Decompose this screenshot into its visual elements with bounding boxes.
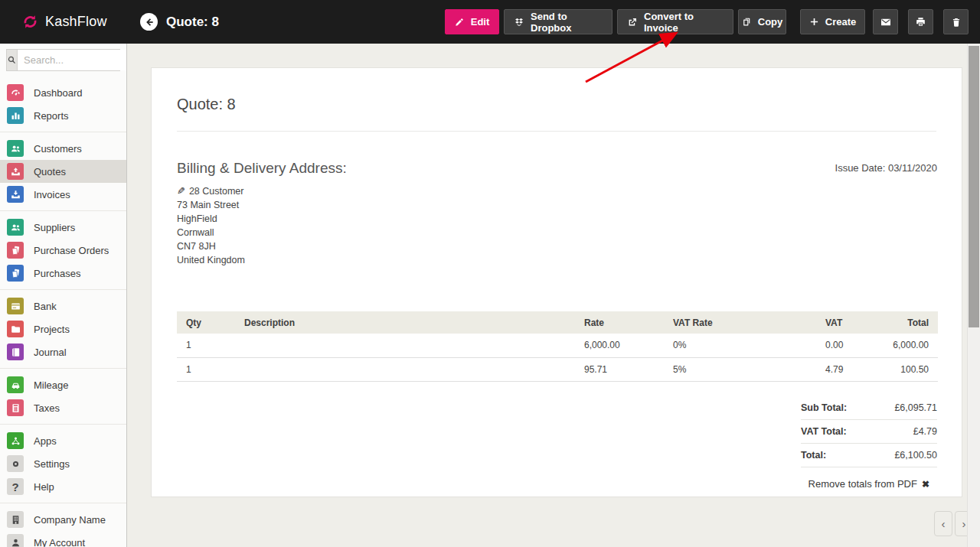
sidebar-item-taxes[interactable]: Taxes (0, 396, 126, 419)
sidebar-item-customers[interactable]: Customers (0, 137, 126, 160)
sidebar-item-apps[interactable]: Apps (0, 429, 126, 452)
sidebar-item-suppliers[interactable]: Suppliers (0, 216, 126, 239)
cell-description (235, 357, 575, 381)
delete-button[interactable] (943, 9, 969, 34)
sidebar-item-help[interactable]: ? Help (0, 475, 126, 498)
cell-vat-rate: 0% (664, 334, 816, 357)
cell-rate: 6,000.00 (575, 334, 664, 357)
edit-button[interactable]: Edit (445, 9, 499, 34)
sidebar-item-company-name[interactable]: Company Name (0, 508, 126, 531)
bank-card-icon (7, 298, 24, 314)
subtotal-row: Sub Total: £6,095.71 (801, 396, 937, 420)
sidebar-item-label: Journal (34, 347, 67, 358)
sidebar-item-journal[interactable]: Journal (0, 340, 126, 363)
email-button[interactable] (873, 9, 898, 34)
chevron-right-icon: › (962, 517, 966, 530)
send-to-dropbox-button[interactable]: Send to Dropbox (504, 9, 612, 34)
subtotal-label: Sub Total: (801, 402, 847, 413)
book-icon (7, 344, 24, 360)
total-row: Total: £6,100.50 (801, 444, 937, 467)
sidebar-item-label: Mileage (34, 379, 69, 391)
brand-name: KashFlow (45, 14, 107, 30)
sidebar-item-label: Purchase Orders (34, 245, 109, 256)
email-icon (880, 16, 892, 28)
sidebar-item-mileage[interactable]: Mileage (0, 373, 126, 396)
sidebar-item-label: Invoices (34, 189, 70, 200)
gear-icon (7, 455, 24, 472)
sidebar-item-label: Help (34, 481, 54, 493)
dropbox-button-label: Send to Dropbox (531, 11, 603, 34)
sidebar-item-projects[interactable]: Projects (0, 317, 126, 340)
vat-total-row: VAT Total: £4.79 (801, 420, 937, 444)
kashflow-logo[interactable]: KashFlow (21, 0, 107, 44)
address-line: United Kingdom (177, 253, 245, 267)
cell-description (235, 334, 575, 357)
create-button-label: Create (825, 16, 856, 28)
address-line: 73 Main Street (177, 198, 245, 212)
people-icon (7, 219, 24, 236)
address-heading: Billing & Delivery Address: (177, 160, 347, 177)
scrollbar-track[interactable] (967, 44, 980, 547)
table-row[interactable]: 1 95.71 5% 4.79 100.50 (177, 357, 938, 381)
people-icon (7, 140, 24, 157)
sidebar-item-label: Quotes (34, 166, 66, 177)
delete-icon (951, 17, 962, 28)
scrollbar-thumb[interactable] (969, 46, 979, 327)
prev-page-button[interactable]: ‹ (934, 511, 952, 536)
customer-link[interactable]: ✎ 28 Customer (177, 184, 245, 198)
col-description: Description (235, 311, 575, 334)
back-arrow-icon (144, 17, 155, 28)
table-row[interactable]: 1 6,000.00 0% 0.00 6,000.00 (177, 334, 938, 357)
sidebar-item-invoices[interactable]: Invoices (0, 183, 126, 206)
address-line: Cornwall (177, 226, 245, 239)
copy-button[interactable]: Copy (738, 9, 786, 34)
sidebar-item-dashboard[interactable]: Dashboard (0, 81, 126, 104)
close-x-icon: ✖ (922, 479, 929, 490)
sidebar-item-label: Taxes (34, 402, 60, 414)
sidebar-item-my-account[interactable]: My Account (0, 531, 126, 547)
sidebar-search (6, 49, 120, 71)
sidebar-item-bank[interactable]: Bank (0, 295, 126, 317)
dropbox-icon (514, 17, 524, 28)
col-qty: Qty (177, 311, 235, 334)
cell-rate: 95.71 (575, 357, 664, 381)
sidebar-item-reports[interactable]: Reports (0, 104, 126, 127)
toolbar: Edit Send to Dropbox Convert to Invoice … (445, 9, 969, 34)
customer-name: 28 Customer (189, 184, 244, 198)
sidebar-item-label: Suppliers (34, 222, 75, 233)
remove-totals-link[interactable]: Remove totals from PDF ✖ (808, 478, 929, 490)
cell-vat-rate: 5% (664, 357, 816, 381)
sidebar-item-label: Dashboard (34, 87, 83, 99)
total-label: Total: (801, 450, 826, 461)
col-rate: Rate (575, 311, 664, 334)
cell-vat: 4.79 (816, 357, 889, 381)
sidebar-item-label: Customers (34, 143, 82, 155)
upload-tray-icon (7, 163, 24, 180)
cell-total: 6,000.00 (889, 334, 938, 357)
download-tray-icon (7, 186, 24, 203)
back-button[interactable] (140, 13, 158, 31)
print-button[interactable] (908, 9, 933, 34)
sidebar-item-label: Settings (34, 458, 70, 470)
search-icon[interactable] (7, 50, 18, 70)
pages-icon (7, 265, 24, 282)
create-button[interactable]: Create (800, 9, 865, 34)
search-input[interactable] (18, 50, 127, 70)
convert-to-invoice-button[interactable]: Convert to Invoice (617, 9, 733, 34)
sidebar-item-label: Company Name (34, 514, 106, 526)
sidebar-item-label: Reports (34, 110, 69, 122)
cell-qty: 1 (177, 357, 235, 381)
address-line: HighField (177, 212, 245, 226)
share-nodes-icon (7, 432, 24, 449)
building-icon (7, 511, 24, 528)
app-header: KashFlow Quote: 8 Edit Send to (0, 0, 980, 44)
sidebar-item-purchases[interactable]: Purchases (0, 262, 126, 285)
print-icon (915, 16, 926, 28)
sidebar-item-quotes[interactable]: Quotes (0, 160, 126, 183)
cell-vat: 0.00 (816, 334, 889, 357)
sidebar-item-purchase-orders[interactable]: Purchase Orders (0, 239, 126, 262)
gauge-icon (7, 84, 24, 101)
edit-button-label: Edit (471, 16, 490, 28)
sidebar-item-settings[interactable]: Settings (0, 452, 126, 475)
col-vat-rate: VAT Rate (664, 311, 816, 334)
